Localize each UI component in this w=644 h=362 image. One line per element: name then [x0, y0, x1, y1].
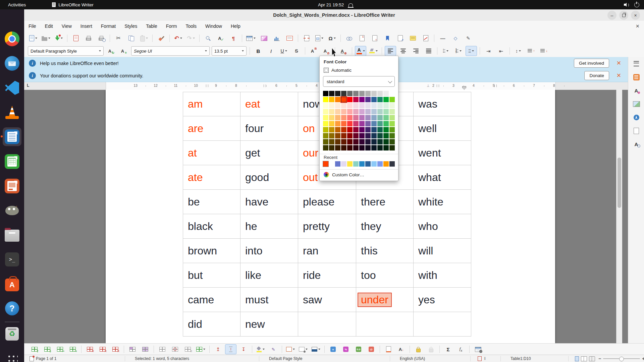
- color-swatch[interactable]: [329, 121, 334, 126]
- table-cell[interactable]: under: [356, 288, 414, 312]
- color-swatch[interactable]: [353, 103, 359, 108]
- tab-stop-selector[interactable]: L: [27, 83, 29, 88]
- table-cell[interactable]: four: [240, 116, 298, 141]
- color-swatch[interactable]: [353, 97, 359, 102]
- insert-field-button[interactable]: [314, 33, 325, 43]
- insert-table-button[interactable]: [245, 33, 257, 43]
- dock-item-vscode[interactable]: [3, 78, 21, 97]
- automatic-color-option[interactable]: Automatic: [320, 66, 398, 75]
- color-swatch[interactable]: [359, 109, 365, 114]
- color-swatch[interactable]: [389, 133, 395, 138]
- split-table-button[interactable]: ≡: [182, 344, 194, 354]
- color-swatch[interactable]: [353, 145, 359, 150]
- number-format-currency-button[interactable]: o: [327, 344, 339, 354]
- dropdown-arrow-icon[interactable]: [35, 38, 37, 39]
- menu-window[interactable]: Window: [201, 21, 226, 32]
- font-size-combo[interactable]: 13.5 pt: [212, 46, 247, 56]
- dropdown-arrow-icon[interactable]: [376, 50, 378, 52]
- chevron-down-icon[interactable]: [99, 50, 101, 52]
- table-cell[interactable]: will: [414, 239, 471, 263]
- color-swatch[interactable]: [365, 115, 371, 120]
- color-swatch[interactable]: [389, 139, 395, 144]
- table-column-marker[interactable]: [206, 84, 208, 87]
- multi-page-view-icon[interactable]: [581, 356, 587, 361]
- color-swatch[interactable]: [341, 139, 346, 144]
- export-pdf-button[interactable]: [70, 33, 82, 43]
- clear-formatting-button[interactable]: A⊗: [338, 46, 349, 56]
- dock-item-terminal[interactable]: >_: [3, 250, 21, 269]
- align-top-button[interactable]: ↥: [212, 344, 224, 354]
- dock-item-gimp[interactable]: [3, 201, 21, 220]
- palette-select[interactable]: standard: [323, 76, 395, 87]
- sum-button[interactable]: Σ: [442, 344, 454, 354]
- recent-color-swatch[interactable]: [347, 161, 353, 167]
- color-swatch[interactable]: [359, 115, 365, 120]
- color-swatch[interactable]: [341, 121, 346, 126]
- table-cell[interactable]: good: [240, 165, 298, 190]
- volume-icon[interactable]: [624, 2, 629, 7]
- color-swatch[interactable]: [353, 115, 359, 120]
- dropdown-arrow-icon[interactable]: [48, 38, 50, 39]
- insert-row-above-button[interactable]: ⇧: [29, 344, 40, 354]
- recent-color-swatch[interactable]: [359, 161, 365, 167]
- recent-color-swatch[interactable]: [341, 161, 346, 167]
- insert-special-character-button[interactable]: Ω: [326, 33, 338, 43]
- zoom-in-icon[interactable]: +: [642, 356, 644, 361]
- insert-bookmark-button[interactable]: [382, 33, 393, 43]
- open-button[interactable]: [40, 33, 52, 43]
- number-format-text-button[interactable]: @: [366, 344, 377, 354]
- table-cell[interactable]: too: [356, 263, 414, 288]
- table-cell[interactable]: ran: [298, 239, 356, 263]
- zoom-slider-knob[interactable]: [619, 357, 624, 361]
- infobar-close-icon[interactable]: ✕: [616, 72, 621, 79]
- recent-color-swatch[interactable]: [377, 161, 383, 167]
- insert-image-button[interactable]: [258, 33, 270, 43]
- vertical-scrollbar[interactable]: [616, 90, 622, 343]
- color-swatch[interactable]: [383, 139, 389, 144]
- no-list-button[interactable]: ———: [466, 46, 477, 56]
- color-swatch[interactable]: [383, 145, 389, 150]
- color-swatch[interactable]: [323, 133, 328, 138]
- new-document-button[interactable]: [28, 33, 39, 43]
- recent-color-swatch[interactable]: [353, 161, 359, 167]
- custom-color-option[interactable]: Custom Color…: [320, 169, 398, 179]
- dropdown-arrow-icon[interactable]: [460, 50, 462, 52]
- insert-hyperlink-button[interactable]: [343, 33, 355, 43]
- color-swatch[interactable]: [329, 127, 334, 132]
- color-swatch[interactable]: [377, 145, 383, 150]
- table-cell[interactable]: what: [414, 165, 471, 190]
- color-swatch[interactable]: [353, 121, 359, 126]
- color-swatch[interactable]: [377, 91, 383, 96]
- color-swatch[interactable]: [329, 133, 334, 138]
- menu-styles[interactable]: Styles: [120, 21, 142, 32]
- color-swatch[interactable]: [389, 115, 395, 120]
- infobar-close-icon[interactable]: ✕: [616, 60, 621, 67]
- color-swatch[interactable]: [377, 97, 383, 102]
- dock-item-libreoffice-impress[interactable]: [3, 177, 21, 195]
- color-swatch[interactable]: [359, 145, 365, 150]
- recent-color-swatch[interactable]: [323, 161, 328, 167]
- menu-view[interactable]: View: [57, 21, 76, 32]
- color-swatch[interactable]: [347, 97, 353, 102]
- color-swatch[interactable]: [359, 97, 365, 102]
- color-swatch[interactable]: [383, 103, 389, 108]
- dock-item-libreoffice-calc[interactable]: [3, 152, 21, 171]
- color-swatch[interactable]: [341, 127, 346, 132]
- color-swatch[interactable]: [383, 115, 389, 120]
- insert-text-box-button[interactable]: [284, 33, 295, 43]
- table-cell[interactable]: white: [414, 190, 471, 214]
- table-cell[interactable]: pretty: [298, 214, 356, 239]
- color-swatch[interactable]: [347, 103, 353, 108]
- color-swatch[interactable]: [353, 139, 359, 144]
- chevron-down-icon[interactable]: [242, 50, 244, 52]
- color-swatch[interactable]: [323, 109, 328, 114]
- dropdown-arrow-icon[interactable]: [446, 50, 448, 52]
- color-swatch[interactable]: [377, 139, 383, 144]
- table-cell[interactable]: he: [240, 214, 298, 239]
- table-cell[interactable]: am: [183, 92, 240, 116]
- formatting-marks-button[interactable]: ¶: [228, 33, 239, 43]
- dropdown-arrow-icon[interactable]: [285, 50, 287, 52]
- color-swatch[interactable]: [371, 121, 377, 126]
- color-swatch[interactable]: [347, 109, 353, 114]
- recent-color-swatch[interactable]: [383, 161, 389, 167]
